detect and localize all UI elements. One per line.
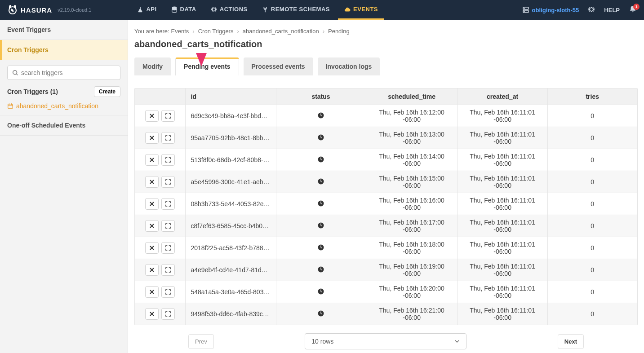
subtab-logs[interactable]: Invocation logs bbox=[318, 57, 380, 75]
table-row: a5e45996-300c-41e1-aeb3-570e…Thu, Feb 16… bbox=[135, 171, 637, 193]
expand-event-button[interactable] bbox=[161, 220, 175, 232]
cell-created: Thu, Feb 16th 16:11:01 -06:00 bbox=[457, 259, 547, 281]
delete-event-button[interactable] bbox=[145, 286, 159, 298]
nav-tab-actions[interactable]: ACTIONS bbox=[204, 0, 254, 20]
cell-scheduled: Thu, Feb 16th 16:12:00 -06:00 bbox=[366, 105, 457, 127]
breadcrumb-cron[interactable]: Cron Triggers bbox=[198, 28, 234, 35]
delete-event-button[interactable] bbox=[145, 220, 159, 232]
sidebar-item-event-triggers[interactable]: Event Triggers bbox=[0, 20, 128, 40]
cell-id: 6d9c3c49-bb8a-4e3f-bbd1-9cea9… bbox=[185, 105, 276, 127]
delete-event-button[interactable] bbox=[145, 154, 159, 166]
table-row: c8f7ef63-6585-45cc-b4b0-c71fe9…Thu, Feb … bbox=[135, 215, 637, 237]
delete-event-button[interactable] bbox=[145, 242, 159, 254]
col-status[interactable]: status bbox=[276, 88, 366, 105]
expand-event-button[interactable] bbox=[161, 132, 175, 144]
cell-status bbox=[276, 171, 366, 193]
table-row: 08b3b733-5e44-4053-82e6-bd7…Thu, Feb 16t… bbox=[135, 193, 637, 215]
cell-created: Thu, Feb 16th 16:11:01 -06:00 bbox=[457, 237, 547, 259]
version-text: v2.19.0-cloud.1 bbox=[58, 7, 91, 13]
nav-right: obliging-sloth-55 HELP 1 bbox=[522, 5, 637, 15]
col-tries[interactable]: tries bbox=[547, 88, 637, 105]
cell-created: Thu, Feb 16th 16:11:01 -06:00 bbox=[457, 171, 547, 193]
expand-event-button[interactable] bbox=[161, 308, 175, 320]
delete-event-button[interactable] bbox=[145, 110, 159, 122]
notifications-button[interactable]: 1 bbox=[629, 5, 637, 15]
logo[interactable]: HASURA bbox=[7, 4, 52, 15]
cell-tries: 0 bbox=[547, 105, 637, 127]
cell-id: 95aa7705-92bb-48c1-8bbb-bace… bbox=[185, 127, 276, 149]
sidebar-cron-section: Cron Triggers (1) Create abandoned_carts… bbox=[0, 60, 128, 115]
nav-tab-remote[interactable]: REMOTE SCHEMAS bbox=[256, 0, 336, 20]
clock-icon bbox=[318, 311, 324, 318]
cell-scheduled: Thu, Feb 16th 16:13:00 -06:00 bbox=[366, 127, 457, 149]
chevron-right-icon: › bbox=[192, 28, 194, 35]
nav-tab-api[interactable]: API bbox=[131, 0, 163, 20]
nav-tab-events[interactable]: EVENTS bbox=[338, 0, 384, 20]
expand-event-button[interactable] bbox=[161, 264, 175, 276]
cell-id: 08b3b733-5e44-4053-82e6-bd7… bbox=[185, 193, 276, 215]
cell-id: a5e45996-300c-41e1-aeb3-570e… bbox=[185, 171, 276, 193]
delete-event-button[interactable] bbox=[145, 198, 159, 210]
project-link[interactable]: obliging-sloth-55 bbox=[522, 6, 579, 13]
sidebar: Event Triggers Cron Triggers Cron Trigge… bbox=[0, 20, 128, 353]
svg-point-4 bbox=[524, 8, 524, 9]
expand-event-button[interactable] bbox=[161, 154, 175, 166]
cell-scheduled: Thu, Feb 16th 16:14:00 -06:00 bbox=[366, 149, 457, 171]
subtab-processed[interactable]: Processed events bbox=[244, 57, 313, 75]
expand-event-button[interactable] bbox=[161, 110, 175, 122]
expand-event-button[interactable] bbox=[161, 176, 175, 188]
plug-icon bbox=[262, 6, 268, 13]
rows-per-page-select[interactable]: 10 rows bbox=[305, 333, 466, 349]
subtab-modify[interactable]: Modify bbox=[134, 57, 171, 75]
clock-icon bbox=[318, 201, 324, 208]
breadcrumb-pending: Pending bbox=[328, 28, 350, 35]
expand-event-button[interactable] bbox=[161, 242, 175, 254]
chevron-down-icon bbox=[454, 339, 460, 344]
col-created[interactable]: created_at bbox=[457, 88, 547, 105]
col-id[interactable]: id bbox=[185, 88, 276, 105]
cell-status bbox=[276, 259, 366, 281]
calendar-icon bbox=[7, 103, 13, 109]
prev-button[interactable]: Prev bbox=[188, 334, 214, 349]
nav-tab-data[interactable]: DATA bbox=[165, 0, 203, 20]
cell-created: Thu, Feb 16th 16:11:01 -06:00 bbox=[457, 215, 547, 237]
subtab-pending[interactable]: Pending events bbox=[175, 57, 239, 75]
settings-button[interactable] bbox=[588, 6, 595, 14]
delete-event-button[interactable] bbox=[145, 176, 159, 188]
col-scheduled[interactable]: scheduled_time bbox=[366, 88, 457, 105]
expand-event-button[interactable] bbox=[161, 286, 175, 298]
clock-icon bbox=[318, 245, 324, 252]
trigger-item-abandoned-carts[interactable]: abandoned_carts_notification bbox=[7, 102, 120, 110]
search-triggers-input[interactable] bbox=[7, 66, 120, 80]
notification-badge: 1 bbox=[633, 4, 640, 10]
next-button[interactable]: Next bbox=[558, 334, 584, 349]
cell-id: 2018f225-ac58-43f2-b788-dbe0c… bbox=[185, 237, 276, 259]
cell-id: a4e9eb4f-cd4e-41d7-81de-7d270… bbox=[185, 259, 276, 281]
cell-scheduled: Thu, Feb 16th 16:21:00 -06:00 bbox=[366, 303, 457, 325]
delete-event-button[interactable] bbox=[145, 308, 159, 320]
breadcrumb-events[interactable]: Events bbox=[171, 28, 189, 35]
cell-created: Thu, Feb 16th 16:11:01 -06:00 bbox=[457, 127, 547, 149]
cell-tries: 0 bbox=[547, 149, 637, 171]
sidebar-item-oneoff[interactable]: One-off Scheduled Events bbox=[0, 115, 128, 136]
table-row: 6d9c3c49-bb8a-4e3f-bbd1-9cea9…Thu, Feb 1… bbox=[135, 105, 637, 127]
gear-icon bbox=[588, 6, 595, 13]
server-icon bbox=[522, 6, 529, 13]
table-row: a4e9eb4f-cd4e-41d7-81de-7d270…Thu, Feb 1… bbox=[135, 259, 637, 281]
cell-tries: 0 bbox=[547, 259, 637, 281]
delete-event-button[interactable] bbox=[145, 264, 159, 276]
breadcrumb-trigger[interactable]: abandoned_carts_notification bbox=[243, 28, 319, 35]
svg-point-5 bbox=[524, 11, 524, 12]
paginator: Prev 10 rows Next bbox=[134, 333, 638, 349]
help-link[interactable]: HELP bbox=[604, 7, 620, 13]
clock-icon bbox=[318, 179, 324, 186]
expand-event-button[interactable] bbox=[161, 198, 175, 210]
search-field[interactable] bbox=[21, 69, 115, 76]
nav-tabs: API DATA ACTIONS REMOTE SCHEMAS EVENTS bbox=[131, 0, 384, 20]
delete-event-button[interactable] bbox=[145, 132, 159, 144]
table-row: 513f8f0c-68db-42cf-80b8-2f84b…Thu, Feb 1… bbox=[135, 149, 637, 171]
clock-icon bbox=[318, 135, 324, 142]
sidebar-item-cron-triggers[interactable]: Cron Triggers bbox=[0, 40, 128, 60]
create-trigger-button[interactable]: Create bbox=[94, 86, 120, 97]
cell-status bbox=[276, 215, 366, 237]
